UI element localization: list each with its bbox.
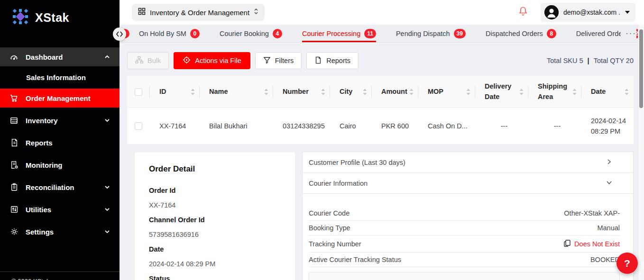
column-label: Name [209,87,228,97]
column-label: Shipping Area [538,81,567,101]
sidebar-item-label: Utilities [26,206,51,214]
tab-count-badge: 8 [547,29,556,38]
tab-label: On Hold By SM [139,30,186,37]
column-label: Number [283,87,309,97]
tab-courier-processing[interactable]: Courier Processing 11 [302,25,376,42]
table-row[interactable]: XX-7164 Bilal Bukhari 03124338295 Cairo … [127,108,634,145]
sliders-icon [9,205,18,214]
table-header-row: ID Name Number City [127,76,634,108]
sidebar-item-reports[interactable]: Reports [0,133,120,152]
courier-panel: Customer Profile (Last 30 days) Courier … [302,152,634,280]
tab-count-badge: 4 [273,29,282,38]
topbar-right: demo@xstak.com . [518,3,635,22]
column-header-delivery-date[interactable]: Delivery Date [475,79,528,104]
user-menu[interactable]: demo@xstak.com . [541,3,635,22]
booking-type-value: Manual [597,224,620,232]
order-detail-panel: Order Detail Order Id XX-7164 Channel Or… [134,152,295,280]
sort-carets-icon[interactable] [191,89,195,95]
courier-information-accordion[interactable]: Courier Information [303,173,633,194]
column-header-number[interactable]: Number [273,81,330,102]
tab-on-hold-by-sm[interactable]: On Hold By SM 0 [139,25,200,42]
sort-carets-icon[interactable] [409,89,414,95]
column-header-amount[interactable]: Amount [372,81,418,102]
cell-shipping-area: --- [528,117,581,135]
booking-type-label: Booking Type [309,224,350,232]
cart-icon [9,94,18,103]
tab-label: Delivered Orders [576,30,628,37]
courier-code-label: Courier Code [309,209,350,217]
reports-button[interactable]: Reports [306,52,359,69]
customer-profile-accordion[interactable]: Customer Profile (Last 30 days) [303,152,633,173]
xstak-logo-icon [10,7,30,28]
tracking-number-value: Does Not Exist [574,240,620,248]
user-email: demo@xstak.com . [563,9,620,16]
total-qty: Total QTY 20 [594,57,634,64]
row-checkbox[interactable] [135,122,142,130]
select-all-checkbox[interactable] [135,88,142,96]
workspace-selector[interactable]: Inventory & Order Management [132,4,265,21]
tab-count-badge: 11 [364,29,376,38]
chevron-down-icon [606,180,612,187]
caret-down-icon [625,11,630,14]
column-label: ID [159,87,166,97]
sidebar-collapse-toggle[interactable] [113,27,126,41]
user-avatar-icon [544,5,559,19]
column-header-mop[interactable]: MOP [418,81,475,102]
target-icon [183,56,191,65]
sidebar-item-monitoring[interactable]: Monitoring [0,155,120,174]
sidebar-item-dashboard[interactable]: Dashboard [0,47,120,66]
help-button[interactable]: ? [616,253,638,274]
bulk-label: Bulk [147,57,161,64]
tab-label: Courier Processing [302,30,360,37]
sort-carets-icon[interactable] [363,89,367,95]
scrollbar-thumb[interactable] [639,29,643,108]
sort-carets-icon[interactable] [625,89,629,95]
tracking-status-row: Active Courier Tracking Status BOOKED [309,253,620,267]
sort-carets-icon[interactable] [321,89,325,95]
column-header-name[interactable]: Name [200,81,273,102]
sidebar-item-settings[interactable]: Settings [0,222,120,241]
workspace-label: Inventory & Order Management [150,9,249,17]
sort-carets-icon[interactable] [519,89,524,95]
column-header-shipping-area[interactable]: Shipping Area [528,79,581,104]
sort-carets-icon[interactable] [572,89,577,95]
clipboard-icon [9,183,18,192]
column-header-date[interactable]: Date [581,81,634,102]
tab-courier-booking[interactable]: Courier Booking 4 [220,25,282,42]
tab-pending-dispatch[interactable]: Pending Dispatch 39 [396,25,466,42]
tab-count-badge: 39 [454,29,466,38]
app-window: XStak Dashboard Sales Information [0,0,644,280]
bell-icon[interactable] [518,6,528,19]
sort-carets-icon[interactable] [264,89,268,95]
main-area: Inventory & Order Management [120,0,644,280]
cell-delivery-date: --- [475,117,528,135]
courier-code-row: Courier Code Other-XStak XAP- [309,206,620,221]
copy-icon[interactable] [564,240,570,248]
column-header-id[interactable]: ID [150,81,200,102]
sidebar-item-utilities[interactable]: Utilities [0,200,120,219]
actions-via-file-button[interactable]: Actions via File [174,52,250,69]
customer-profile-title: Customer Profile (Last 30 days) [309,159,405,166]
courier-code-value: Other-XStak XAP- [564,209,620,217]
status-label: Status [149,273,281,280]
totals: Total SKU 5 | Total QTY 20 [547,57,634,64]
tabs-more-button[interactable]: ··· [621,25,636,42]
grid-icon [138,8,146,17]
bulk-button[interactable]: Bulk [127,52,169,69]
order-id-label: Order Id [149,185,281,196]
booking-type-row: Booking Type Manual [309,221,620,235]
vertical-scrollbar[interactable] [638,25,644,280]
sort-carets-icon[interactable] [466,89,470,95]
tab-dispatched-orders[interactable]: Dispatched Orders 8 [486,25,556,42]
sidebar-item-order-management[interactable]: Order Management [0,89,120,108]
tracking-status-value: BOOKED [590,256,620,263]
sidebar-item-sales-information[interactable]: Sales Information [0,70,120,85]
chevron-up-icon [104,54,110,60]
next-section-partial [309,272,620,280]
sidebar-item-reconciliation[interactable]: Reconciliation [0,178,120,197]
tracking-status-label: Active Courier Tracking Status [309,256,401,263]
filters-button[interactable]: Filters [255,52,302,69]
sidebar-item-inventory[interactable]: Inventory [0,111,120,130]
column-header-city[interactable]: City [330,81,372,102]
tracking-number-value-wrap: Does Not Exist [564,240,620,248]
